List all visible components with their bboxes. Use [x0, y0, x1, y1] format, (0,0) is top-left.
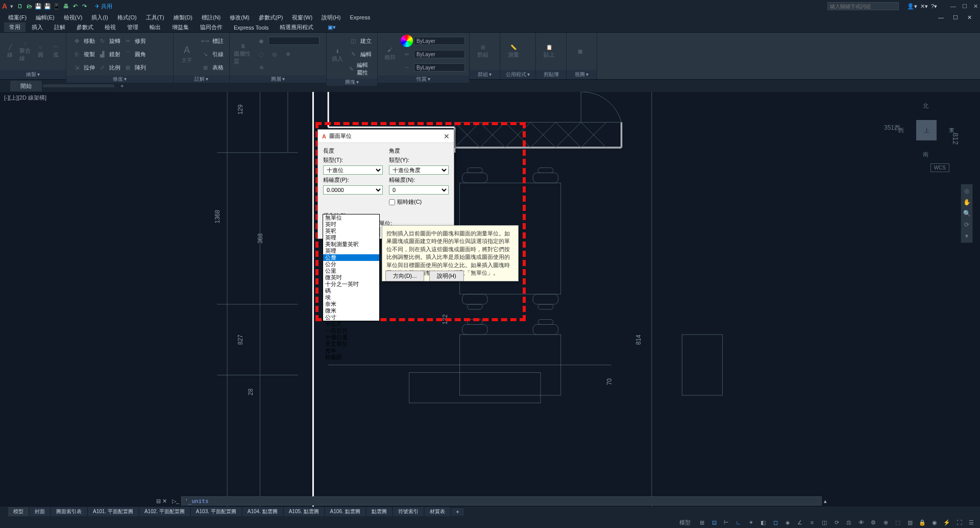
menu-param[interactable]: 參數式(P) — [255, 13, 287, 22]
menu-drop-icon[interactable]: ▾ — [10, 3, 13, 10]
mdi-close-icon[interactable]: ✕ — [963, 13, 976, 22]
layout-tab[interactable]: 材質表 — [425, 507, 450, 516]
status-model-toggle[interactable]: 模型 — [676, 518, 694, 527]
search-input[interactable] — [827, 2, 899, 10]
group-button[interactable]: ⊞群組 — [474, 39, 492, 64]
dd-item[interactable]: 美制測量英呎 — [323, 241, 379, 248]
snap-icon[interactable]: ⊡ — [709, 519, 719, 526]
menu-format[interactable]: 格式(O) — [113, 13, 141, 22]
dd-item[interactable]: 十分之一英吋 — [323, 281, 379, 287]
doctab-current[interactable] — [43, 84, 114, 87]
length-type-select[interactable]: 十進位 — [323, 165, 383, 175]
dd-item[interactable]: 一百公尺 — [323, 327, 379, 334]
match-button[interactable]: 🖌相符 — [382, 41, 398, 67]
editattr-button[interactable]: ✎ — [347, 63, 356, 75]
minimize-icon[interactable]: — — [950, 3, 956, 10]
panel-block-label[interactable]: 圖塊 ▾ — [327, 79, 377, 86]
viewcube-top[interactable]: 上 — [916, 120, 937, 140]
dd-item[interactable]: 微英吋 — [323, 274, 379, 281]
layout-tab[interactable]: A105. 點雲圖 — [284, 507, 324, 516]
isolate-icon[interactable]: ◉ — [930, 519, 939, 526]
tab-view[interactable]: 檢視 — [100, 22, 121, 32]
copy-button[interactable]: ⎘ — [70, 48, 83, 60]
cmd-expand-icon[interactable]: ▴ — [824, 498, 827, 505]
cycle-icon[interactable]: ⟳ — [832, 519, 841, 526]
leader-button[interactable]: ↘ — [199, 48, 211, 60]
menu-draw[interactable]: 繪製(D) — [169, 13, 197, 22]
panel-util-label[interactable]: 公用程式 ▾ — [500, 70, 535, 79]
panel-clip-label[interactable]: 剪貼簿 — [536, 70, 566, 79]
tab-featured[interactable]: 精選應用程式 — [275, 22, 318, 32]
layeriso-icon[interactable]: ◎ — [268, 48, 281, 60]
dim-button[interactable]: ⟷ — [199, 35, 211, 47]
redo-icon[interactable]: ↷ — [81, 3, 88, 10]
tab-annotate[interactable]: 註解 — [49, 22, 70, 32]
workspace-icon[interactable]: ⚙ — [869, 519, 878, 526]
dialog-close-icon[interactable]: ✕ — [444, 132, 450, 140]
menu-insert[interactable]: 插入(I) — [87, 13, 112, 22]
tab-home[interactable]: 常用 — [4, 22, 26, 32]
stretch-button[interactable]: ⇲ — [70, 61, 83, 74]
save-icon[interactable]: 💾 — [35, 3, 42, 10]
dd-item[interactable]: 英呎 — [323, 228, 379, 234]
layout-model[interactable]: 模型 — [8, 507, 29, 516]
cmd-close-icon[interactable]: ⊟ ✕ — [153, 498, 170, 505]
tab-collab[interactable]: 協同合作 — [195, 22, 228, 32]
direction-button[interactable]: 方向(D)... — [385, 271, 424, 281]
array-button[interactable]: ⊞ — [121, 61, 134, 74]
annovisible-icon[interactable]: 👁 — [856, 519, 866, 526]
tab-manage[interactable]: 管理 — [122, 22, 143, 32]
angle-type-select[interactable]: 十進位角度 — [389, 165, 449, 175]
layout-tab[interactable]: A102. 平面配置圖 — [139, 507, 190, 516]
dd-item[interactable]: 英哩 — [323, 248, 379, 254]
layout-tab[interactable]: 符號索引 — [393, 507, 424, 516]
tab-addins[interactable]: 增益集 — [167, 22, 194, 32]
panel-group-label[interactable]: 群組 ▾ — [470, 70, 500, 79]
clockwise-checkbox[interactable] — [389, 199, 395, 205]
insert-unit-dropdown[interactable]: 無單位 英吋 英呎 英哩 美制測量英呎 英哩 公釐 公分 公里 微英吋 十分之一… — [323, 214, 380, 321]
dialog-titlebar[interactable]: A 圖面單位 ✕ — [318, 130, 454, 143]
menu-edit[interactable]: 編輯(E) — [32, 13, 59, 22]
grid-icon[interactable]: ⊞ — [697, 519, 706, 526]
create-button[interactable]: ◫ — [347, 35, 359, 47]
layer-current[interactable] — [268, 37, 320, 45]
tab-param[interactable]: 參數式 — [71, 22, 99, 32]
dd-item[interactable]: 無單位 — [323, 214, 379, 221]
menu-help[interactable]: 說明(H) — [317, 13, 345, 22]
lweight-icon[interactable]: ═ — [401, 48, 413, 60]
plot-icon[interactable]: 🖶 — [62, 3, 69, 10]
baseview-button[interactable]: ▦ — [571, 39, 589, 64]
color-input[interactable] — [414, 37, 465, 45]
undo-icon[interactable]: ↶ — [71, 3, 79, 10]
color-icon[interactable] — [401, 35, 413, 47]
layout-tab[interactable]: 封面 — [30, 507, 50, 516]
layerprop-button[interactable]: ≣圖層性質 — [234, 41, 252, 67]
layout-tab[interactable]: A101. 平面配置圖 — [88, 507, 138, 516]
arc-button[interactable]: ◠弧 — [50, 39, 62, 64]
dd-item[interactable]: 十億公里 — [323, 334, 379, 341]
dd-item[interactable]: 秒差距 — [323, 354, 379, 361]
lock-ui-icon[interactable]: 🔒 — [918, 519, 927, 526]
tab-insert[interactable]: 插入 — [27, 22, 48, 32]
nav-pan-icon[interactable]: ✋ — [963, 199, 971, 206]
dd-item[interactable]: 公里 — [323, 268, 379, 274]
osnap-icon[interactable]: ◻ — [771, 519, 780, 526]
ltype-icon[interactable]: ┄ — [401, 61, 413, 74]
paste-button[interactable]: 📋貼上 — [540, 39, 558, 64]
signin-icon[interactable]: 👤▾ — [907, 3, 917, 10]
scale-button[interactable]: ⤢ — [96, 61, 108, 74]
web-icon[interactable]: 📱 — [53, 3, 60, 10]
menu-dim[interactable]: 標註(N) — [198, 13, 225, 22]
lweight-status-icon[interactable]: ≡ — [807, 519, 817, 526]
maximize-icon[interactable]: ☐ — [962, 3, 967, 10]
transparency-icon[interactable]: ◫ — [820, 519, 829, 526]
viewcube-north[interactable]: 北 — [923, 102, 928, 110]
cleanscreen-icon[interactable]: ⛶ — [954, 519, 964, 526]
panel-view-label[interactable]: 視圖 ▾ — [567, 70, 597, 79]
annoscale-icon[interactable]: ⚖ — [844, 519, 853, 526]
nav-zoom-icon[interactable]: 🔍 — [963, 210, 971, 217]
dd-item[interactable]: 奈米 — [323, 301, 379, 307]
table-button[interactable]: ⊞ — [199, 61, 211, 74]
ltype-input[interactable] — [414, 63, 465, 71]
polar-icon[interactable]: ✴ — [746, 519, 755, 526]
